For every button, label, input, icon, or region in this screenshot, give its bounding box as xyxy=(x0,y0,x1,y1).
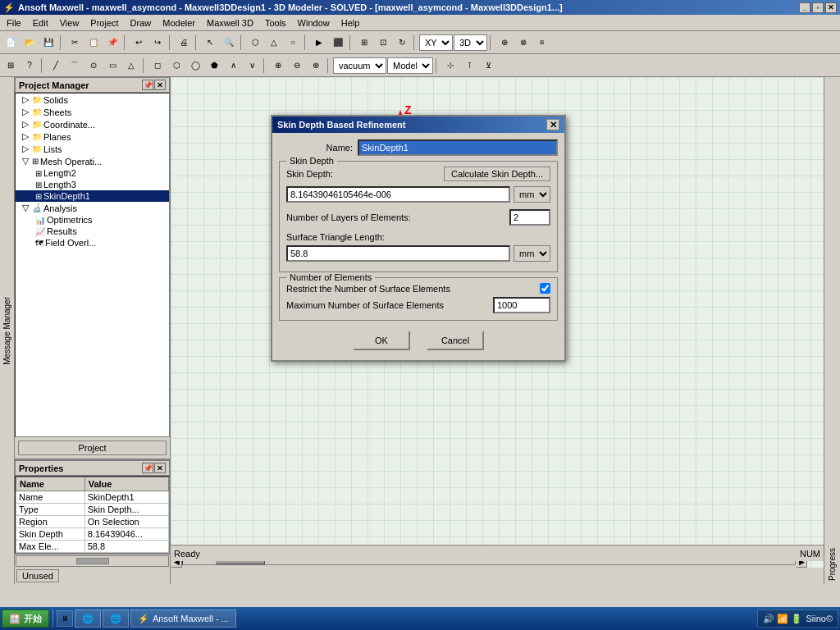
dialog-overlay: Skin Depth Based Refinement ✕ Name: Skin… xyxy=(0,0,840,630)
dialog-body: Name: Skin Depth Skin Depth: Calculate S… xyxy=(272,133,564,360)
surface-triangle-section: Surface Triangle Length: mmmcm xyxy=(286,232,550,262)
restrict-checkbox[interactable] xyxy=(540,283,550,294)
taskbar-ie2[interactable]: 🌐 xyxy=(103,609,129,628)
dialog-buttons: OK Cancel xyxy=(279,327,558,354)
layers-label: Number of Layers of Elements: xyxy=(286,212,509,222)
max-elements-label: Maximum Number of Surface Elements xyxy=(286,300,488,310)
skin-depth-unit-select[interactable]: mmmcm xyxy=(514,186,550,203)
tray-icons: 🔊 📶 🔋 xyxy=(763,614,802,624)
taskbar-ie[interactable]: 🌐 xyxy=(75,609,101,628)
skin-depth-field-label: Skin Depth: xyxy=(286,169,444,179)
name-input[interactable] xyxy=(358,139,558,156)
maxwell-icon: ⚡ xyxy=(138,614,149,624)
skin-depth-group: Skin Depth Skin Depth: Calculate Skin De… xyxy=(279,161,558,272)
start-icon: 🪟 xyxy=(9,614,21,624)
layers-row: Number of Layers of Elements: xyxy=(286,209,550,226)
dialog-close-btn[interactable]: ✕ xyxy=(546,119,559,130)
name-row: Name: xyxy=(279,139,558,156)
desktop-icon: 🖥 xyxy=(62,614,69,623)
maxwell-label: Ansoft Maxwell - ... xyxy=(153,614,229,623)
restrict-row: Restrict the Number of Surface Elements xyxy=(286,283,550,294)
tray-time: Siino© xyxy=(806,614,833,623)
taskbar: 🪟 开始 🖥 🌐 🌐 ⚡ Ansoft Maxwell - ... 🔊 📶 🔋 … xyxy=(0,607,840,630)
taskbar-maxwell[interactable]: ⚡ Ansoft Maxwell - ... xyxy=(130,609,236,628)
dialog-title-bar: Skin Depth Based Refinement ✕ xyxy=(272,116,564,133)
max-elements-row: Maximum Number of Surface Elements xyxy=(286,297,550,313)
num-elements-group-label: Number of Elements xyxy=(286,272,375,282)
surface-triangle-label: Surface Triangle Length: xyxy=(286,232,550,242)
skin-depth-group-label: Skin Depth xyxy=(286,156,337,166)
skin-depth-input[interactable] xyxy=(286,186,510,203)
desktop-btn[interactable]: 🖥 xyxy=(57,610,73,627)
num-elements-group: Number of Elements Restrict the Number o… xyxy=(279,277,558,321)
skin-depth-value-row: mmmcm xyxy=(286,186,550,203)
surface-triangle-input[interactable] xyxy=(286,245,510,262)
skin-depth-dialog: Skin Depth Based Refinement ✕ Name: Skin… xyxy=(271,115,566,362)
layers-input[interactable] xyxy=(509,209,550,226)
surface-triangle-value-row: mmmcm xyxy=(286,245,550,262)
surface-triangle-unit-select[interactable]: mmmcm xyxy=(514,245,550,262)
cancel-button[interactable]: Cancel xyxy=(427,331,484,350)
start-label: 开始 xyxy=(24,613,42,625)
dialog-title-text: Skin Depth Based Refinement xyxy=(277,120,405,130)
start-button[interactable]: 🪟 开始 xyxy=(2,609,49,628)
max-elements-input[interactable] xyxy=(493,297,550,313)
calc-skin-depth-btn[interactable]: Calculate Skin Depth... xyxy=(444,167,550,181)
system-tray: 🔊 📶 🔋 Siino© xyxy=(757,609,838,628)
ok-button[interactable]: OK xyxy=(353,331,410,350)
name-label: Name: xyxy=(279,143,353,153)
restrict-label: Restrict the Number of Surface Elements xyxy=(286,284,535,294)
ie-icon: 🌐 xyxy=(82,614,94,624)
skin-depth-calc-row: Skin Depth: Calculate Skin Depth... xyxy=(286,167,550,181)
ie2-icon: 🌐 xyxy=(110,614,121,624)
taskbar-sep xyxy=(52,609,53,628)
